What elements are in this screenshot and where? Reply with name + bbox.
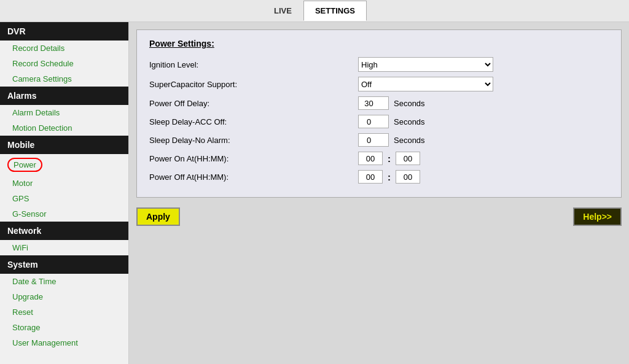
supercapacitor-row: SuperCapacitor Support: Off On <box>149 77 609 91</box>
content-area: Power Settings: Ignition Level: High Low… <box>129 22 629 364</box>
supercapacitor-select[interactable]: Off On <box>358 77 493 91</box>
power-off-delay-value: Seconds <box>358 96 425 110</box>
sidebar-section-alarms: Alarms <box>0 87 128 105</box>
sidebar-item-motor[interactable]: Motor <box>0 176 128 191</box>
sleep-delay-acc-input[interactable] <box>358 115 389 128</box>
ignition-level-row: Ignition Level: High Low <box>149 57 609 72</box>
power-settings-panel: Power Settings: Ignition Level: High Low… <box>136 29 622 198</box>
sidebar-item-record-schedule[interactable]: Record Schedule <box>0 56 128 71</box>
sidebar-item-datetime[interactable]: Date & Time <box>0 274 128 289</box>
power-off-mm-input[interactable] <box>396 170 420 184</box>
sleep-delay-acc-row: Sleep Delay-ACC Off: Seconds <box>149 115 609 128</box>
nav-live[interactable]: LIVE <box>262 1 303 21</box>
top-navigation: LIVE SETTINGS <box>0 0 629 22</box>
power-on-at-label: Power On At(HH:MM): <box>149 154 358 163</box>
power-off-delay-row: Power Off Delay: Seconds <box>149 96 609 110</box>
sidebar-item-storage[interactable]: Storage <box>0 320 128 335</box>
sidebar-item-wifi[interactable]: WiFi <box>0 240 128 255</box>
sidebar-item-upgrade[interactable]: Upgrade <box>0 289 128 304</box>
power-on-separator: : <box>388 153 391 164</box>
buttons-bar: Apply Help>> <box>136 207 622 226</box>
sidebar-item-user-management[interactable]: User Management <box>0 335 128 350</box>
sleep-delay-acc-label: Sleep Delay-ACC Off: <box>149 117 358 126</box>
power-off-at-row: Power Off At(HH:MM): : <box>149 170 609 184</box>
sleep-delay-no-alarm-value: Seconds <box>358 133 425 147</box>
sidebar-section-dvr: DVR <box>0 22 128 41</box>
sleep-delay-acc-value: Seconds <box>358 115 425 128</box>
apply-button[interactable]: Apply <box>136 207 180 226</box>
sleep-delay-no-alarm-label: Sleep Delay-No Alarm: <box>149 136 358 145</box>
sidebar-section-system: System <box>0 255 128 274</box>
power-off-at-label: Power Off At(HH:MM): <box>149 172 358 182</box>
power-off-delay-input[interactable] <box>358 96 389 110</box>
sidebar-item-motion-detection[interactable]: Motion Detection <box>0 120 128 136</box>
power-off-separator: : <box>388 172 391 182</box>
sleep-delay-acc-unit: Seconds <box>394 117 425 126</box>
panel-title: Power Settings: <box>149 39 609 48</box>
power-on-mm-input[interactable] <box>396 152 420 165</box>
power-off-delay-label: Power Off Delay: <box>149 99 358 108</box>
sidebar-item-power[interactable]: Power <box>7 158 42 172</box>
sleep-delay-no-alarm-row: Sleep Delay-No Alarm: Seconds <box>149 133 609 147</box>
ignition-level-value: High Low <box>358 57 493 72</box>
sidebar-item-reset[interactable]: Reset <box>0 304 128 320</box>
sidebar: DVR Record Details Record Schedule Camer… <box>0 22 129 364</box>
sidebar-item-record-details[interactable]: Record Details <box>0 41 128 56</box>
power-off-at-value: : <box>358 170 420 184</box>
sidebar-item-alarm-details[interactable]: Alarm Details <box>0 105 128 120</box>
main-layout: DVR Record Details Record Schedule Camer… <box>0 22 629 364</box>
sidebar-item-g-sensor[interactable]: G-Sensor <box>0 206 128 222</box>
sidebar-item-gps[interactable]: GPS <box>0 191 128 206</box>
sidebar-section-mobile: Mobile <box>0 136 128 154</box>
power-off-hh-input[interactable] <box>358 170 383 184</box>
help-button[interactable]: Help>> <box>573 207 622 226</box>
ignition-level-select[interactable]: High Low <box>358 57 493 72</box>
power-on-at-value: : <box>358 152 420 165</box>
sidebar-section-network: Network <box>0 222 128 240</box>
supercapacitor-label: SuperCapacitor Support: <box>149 80 358 89</box>
supercapacitor-value: Off On <box>358 77 493 91</box>
sleep-delay-no-alarm-input[interactable] <box>358 133 389 147</box>
power-on-hh-input[interactable] <box>358 152 383 165</box>
sleep-delay-no-alarm-unit: Seconds <box>394 136 425 145</box>
sidebar-item-camera-settings[interactable]: Camera Settings <box>0 71 128 87</box>
power-off-delay-unit: Seconds <box>394 99 425 108</box>
ignition-level-label: Ignition Level: <box>149 60 358 69</box>
nav-settings[interactable]: SETTINGS <box>303 1 367 21</box>
power-on-at-row: Power On At(HH:MM): : <box>149 152 609 165</box>
